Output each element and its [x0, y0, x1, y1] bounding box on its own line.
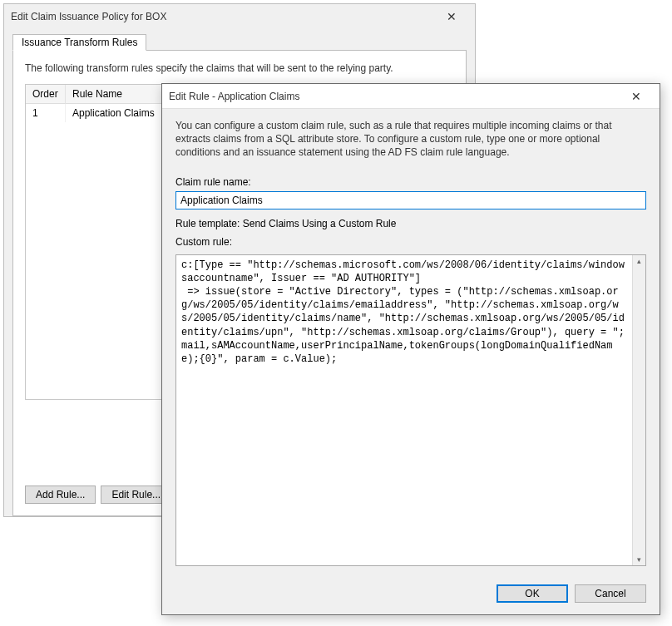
claim-rule-name-input[interactable] [175, 191, 646, 209]
titlebar[interactable]: Edit Claim Issuance Policy for BOX ✕ [4, 4, 475, 29]
dialog-title: Edit Rule - Application Claims [169, 91, 620, 102]
custom-rule-label: Custom rule: [175, 236, 646, 248]
custom-rule-textarea[interactable] [176, 255, 632, 565]
tab-issuance-transform-rules[interactable]: Issuance Transform Rules [12, 34, 146, 51]
col-header-order[interactable]: Order [26, 85, 66, 104]
intro-text: The following transform rules specify th… [25, 62, 454, 74]
scrollbar[interactable]: ▴ ▾ [632, 255, 645, 565]
custom-rule-area: ▴ ▾ [175, 254, 646, 566]
claim-rule-name-label: Claim rule name: [175, 176, 646, 188]
cell-order: 1 [26, 104, 66, 122]
cancel-button[interactable]: Cancel [575, 584, 646, 603]
dialog-footer: OK Cancel [162, 576, 660, 614]
add-rule-button[interactable]: Add Rule... [25, 486, 96, 504]
dialog-body: You can configure a custom claim rule, s… [162, 109, 660, 576]
ok-button[interactable]: OK [497, 584, 568, 603]
description-text: You can configure a custom claim rule, s… [175, 119, 646, 160]
rule-template-text: Rule template: Send Claims Using a Custo… [175, 218, 646, 229]
tabstrip: Issuance Transform Rules [12, 32, 467, 51]
close-icon[interactable]: ✕ [435, 5, 468, 28]
close-icon[interactable]: ✕ [620, 85, 653, 108]
titlebar[interactable]: Edit Rule - Application Claims ✕ [162, 84, 660, 109]
dialog-title: Edit Claim Issuance Policy for BOX [11, 11, 435, 22]
scroll-down-icon[interactable]: ▾ [633, 554, 645, 565]
edit-rule-dialog: Edit Rule - Application Claims ✕ You can… [161, 83, 660, 615]
scroll-up-icon[interactable]: ▴ [633, 255, 645, 267]
